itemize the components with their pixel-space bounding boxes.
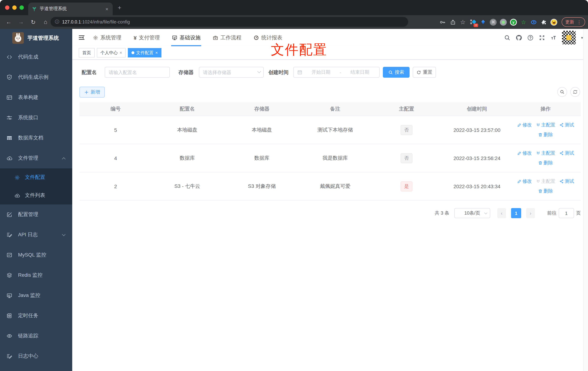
add-button[interactable]: 新增	[79, 87, 105, 97]
cell-remark: 测试下本地存储	[301, 127, 369, 133]
github-icon[interactable]	[516, 34, 522, 41]
sidebar-item-file-management[interactable]: 文件管理	[0, 148, 72, 168]
fullscreen-icon[interactable]	[539, 34, 545, 41]
storage-select-input[interactable]	[199, 67, 264, 78]
config-name-input[interactable]	[105, 67, 170, 78]
sidebar-item-form-builder[interactable]: 表单构建	[0, 87, 72, 108]
sidebar-item-scheduled-tasks[interactable]: 定时任务	[0, 306, 72, 326]
extension-eye-icon[interactable]	[530, 19, 537, 25]
nav-item-system[interactable]: 系统管理	[93, 29, 121, 46]
site-info-icon[interactable]: ⓘ	[55, 19, 59, 25]
back-icon[interactable]: ←	[5, 19, 12, 25]
url-path: :1024/infra/file/file-config	[81, 19, 130, 24]
range-separator: -	[340, 70, 341, 75]
sidebar-item-file-config[interactable]: 文件配置	[0, 168, 72, 186]
browser-tab[interactable]: 芋道管理系统 ×	[28, 2, 113, 15]
grid-table-icon	[7, 135, 12, 141]
address-bar[interactable]: ⓘ 127.0.0.1:1024/infra/file/file-config	[51, 17, 408, 27]
edit-link[interactable]: 修改	[517, 122, 532, 128]
page-size-select[interactable]: 10条/页	[454, 208, 490, 218]
date-range-picker[interactable]: 开始日期 - 结束日期	[293, 67, 380, 78]
home-icon[interactable]: ⌂	[42, 19, 49, 25]
share-icon[interactable]	[449, 19, 456, 25]
refresh-table-button[interactable]	[570, 87, 580, 97]
delete-link[interactable]: 删除	[538, 188, 553, 194]
extension-recorder-icon[interactable]	[500, 19, 507, 25]
avatar[interactable]	[562, 31, 576, 44]
sidebar-item-system-api[interactable]: 系统接口	[0, 108, 72, 128]
edit-link[interactable]: 修改	[517, 178, 532, 185]
sidebar-item-redis-monitor[interactable]: Redis 监控	[0, 265, 72, 285]
gear-icon	[14, 175, 20, 180]
test-link[interactable]: 测试	[559, 122, 574, 128]
zoom-window-button[interactable]	[20, 5, 24, 10]
nav-item-workflow[interactable]: 工作流程	[213, 29, 242, 46]
tag-profile[interactable]: 个人中心 ×	[97, 48, 126, 57]
chrome-update-button[interactable]: 更新 ⋮	[562, 17, 585, 27]
sidebar-item-log-center[interactable]: 日志中心	[0, 346, 72, 366]
master-config-link[interactable]: 主配置	[536, 150, 555, 156]
forward-icon[interactable]: →	[17, 19, 25, 25]
tag-file-config[interactable]: 文件配置 ×	[128, 48, 161, 57]
sidebar-item-db-doc[interactable]: 数据库文档	[0, 128, 72, 148]
reload-icon[interactable]: ↻	[30, 19, 37, 25]
prev-page-button[interactable]: ‹	[497, 208, 506, 218]
sidebar-item-tracing[interactable]: 链路追踪	[0, 326, 72, 346]
help-icon[interactable]	[527, 34, 534, 41]
reset-button[interactable]: 重置	[413, 67, 436, 78]
master-config-link[interactable]: 主配置	[536, 122, 555, 128]
next-page-button[interactable]: ›	[526, 208, 535, 218]
trash-icon	[538, 161, 543, 165]
goto-page-input[interactable]	[559, 208, 574, 218]
top-nav: 系统管理 ¥ 支付管理 基础设施 工作流程	[93, 29, 282, 46]
sidebar-collapse-icon[interactable]	[78, 35, 85, 41]
search-button[interactable]: 搜索	[383, 67, 410, 78]
extension-tag-assistant-icon[interactable]: 11	[470, 19, 476, 25]
storage-select[interactable]	[199, 67, 264, 78]
delete-link[interactable]: 删除	[538, 131, 553, 138]
tab-close-icon[interactable]: ×	[105, 6, 109, 12]
extension-kite-icon[interactable]	[480, 19, 486, 25]
password-key-icon[interactable]	[439, 19, 446, 25]
tag-home[interactable]: 首页	[79, 48, 95, 57]
search-icon[interactable]	[504, 34, 510, 41]
extension-command-icon[interactable]: ⌘	[490, 19, 497, 25]
favicon-plant-icon	[32, 6, 37, 11]
scrollbar-track[interactable]	[583, 29, 588, 371]
test-link[interactable]: 测试	[559, 150, 574, 156]
close-window-button[interactable]	[5, 5, 9, 10]
layers-icon	[7, 272, 12, 278]
cell-time: 2022-03-15 23:56:24	[443, 155, 510, 161]
sidebar-item-file-list[interactable]: 文件列表	[0, 186, 72, 204]
bookmark-star-icon[interactable]: ☆	[459, 19, 466, 25]
logo-row[interactable]: 芋道管理系统	[0, 29, 72, 47]
master-tag: 是	[400, 181, 412, 191]
minimize-window-button[interactable]	[12, 5, 17, 10]
cell-id: 4	[79, 155, 152, 161]
edit-link[interactable]: 修改	[517, 150, 532, 156]
screen: 芋道管理系统 × + ← → ↻ ⌂ ⓘ 127.0.0.1:1024/infr…	[0, 0, 588, 371]
show-search-button[interactable]	[557, 87, 567, 97]
avatar-dropdown-icon[interactable]: ▾	[581, 36, 583, 40]
tag-close-icon[interactable]: ×	[120, 50, 122, 55]
nav-item-infrastructure[interactable]: 基础设施	[172, 29, 201, 46]
config-name-label: 配置名	[82, 67, 97, 78]
sidebar-item-java-monitor[interactable]: Java 监控	[0, 285, 72, 306]
font-size-icon[interactable]	[550, 34, 556, 41]
page-number-active[interactable]: 1	[511, 208, 521, 218]
sidebar-item-mysql-monitor[interactable]: MySQL 监控	[0, 245, 72, 265]
test-link[interactable]: 测试	[559, 178, 574, 185]
sidebar-item-config-management[interactable]: 配置管理	[0, 204, 72, 225]
tag-close-icon[interactable]: ×	[155, 50, 158, 55]
new-tab-button[interactable]: +	[118, 5, 121, 11]
extension-v-icon[interactable]: y	[510, 19, 517, 25]
extension-emoji-icon[interactable]	[550, 19, 557, 25]
delete-link[interactable]: 删除	[538, 160, 553, 166]
sidebar-item-api-log[interactable]: API 日志	[0, 225, 72, 245]
extension-star-icon[interactable]: ☆	[520, 19, 527, 25]
extensions-puzzle-icon[interactable]	[540, 19, 547, 25]
nav-item-payment[interactable]: ¥ 支付管理	[134, 29, 160, 46]
browser-menu-icon[interactable]: ⋮	[577, 19, 581, 25]
sidebar-item-code-generation[interactable]: 代码生成	[0, 47, 72, 67]
sidebar-item-code-demo[interactable]: 代码生成示例	[0, 67, 72, 87]
